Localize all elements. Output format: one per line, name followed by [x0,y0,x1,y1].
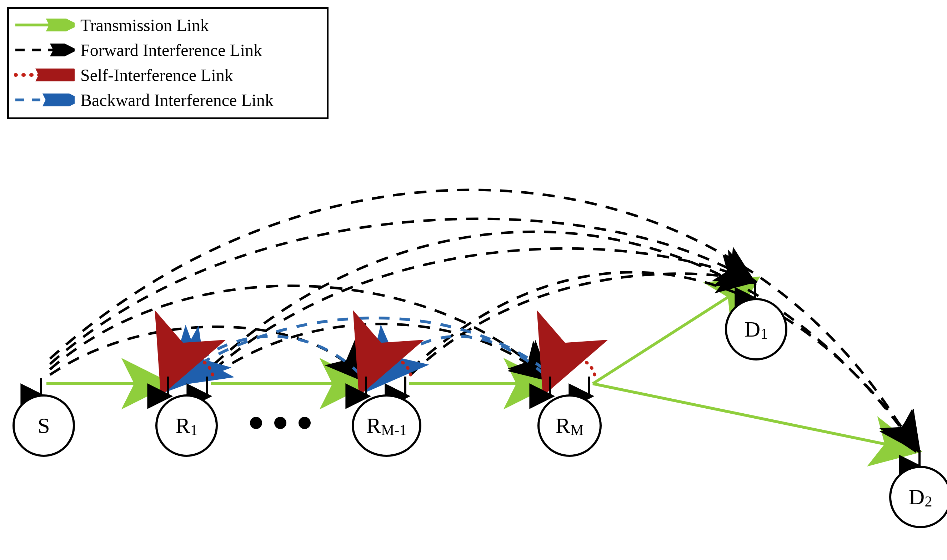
legend-label-self: Self-Interference Link [80,65,233,85]
node-D1-label: D [745,317,761,342]
diagram-canvas: S R1 RM-1 RM D1 D2 Transmi [0,0,947,560]
node-RMm1-sub: M-1 [381,422,407,438]
fwd-RMm1-D2 [411,272,916,446]
fwd-S-RMm1 [50,326,361,377]
legend-label-transmission: Transmission Link [80,15,209,35]
ellipsis-dot [250,417,262,429]
legend-row-transmission: Transmission Link [14,12,322,37]
fwd-R1-D1 [214,248,750,369]
node-D1: D1 [725,298,787,360]
legend-label-backward: Backward Interference Link [80,90,274,110]
node-RM: RM [537,394,602,457]
node-S: S [12,394,75,457]
legend-label-forward: Forward Interference Link [80,40,262,60]
legend-swatch-self [14,69,75,82]
self-RM [552,359,594,375]
legend-row-self: Self-Interference Link [14,63,322,88]
node-RMm1: RM-1 [352,394,421,457]
fwd-S-D1 [50,219,750,364]
node-R1-sub: 1 [190,422,198,438]
node-D2-sub: 2 [924,493,932,510]
ellipsis-dot [299,417,311,429]
node-RM-label: R [556,413,570,438]
node-RM-sub: M [570,422,584,438]
legend-row-backward: Backward Interference Link [14,88,322,112]
fwd-R1-RM [214,324,545,377]
node-S-label: S [37,413,50,438]
legend-swatch-forward [14,43,75,56]
bwd-RM-RMm1 [377,336,545,378]
relay-ellipsis [250,417,311,429]
node-D2-label: D [909,484,925,510]
node-D2: D2 [889,466,947,528]
node-RMm1-label: R [366,413,381,438]
link-RM-D2 [593,384,912,450]
self-interference-links [169,359,594,375]
node-R1-label: R [176,413,190,438]
legend-row-forward: Forward Interference Link [14,37,322,63]
ellipsis-dot [274,417,286,429]
legend-swatch-backward [14,94,75,106]
legend-swatch-transmission [14,18,75,31]
legend: Transmission Link Forward Interference L… [7,7,328,119]
node-D1-sub: 1 [760,325,768,342]
bwd-RMm1-R1 [179,336,361,378]
node-R1: R1 [156,394,218,457]
